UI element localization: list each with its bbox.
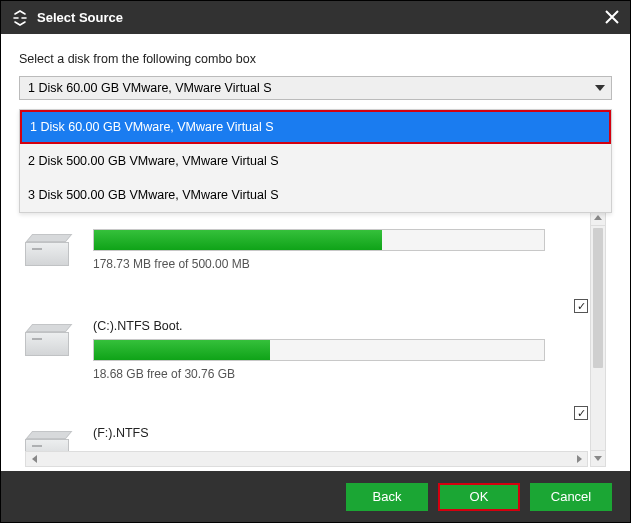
footer: Back OK Cancel	[1, 471, 630, 522]
close-button[interactable]	[602, 7, 622, 27]
disk-dropdown: 1 Disk 60.00 GB VMware, VMware Virtual S…	[19, 109, 612, 213]
dropdown-option[interactable]: 2 Disk 500.00 GB VMware, VMware Virtual …	[20, 144, 611, 178]
free-space-label: 18.68 GB free of 30.76 GB	[93, 367, 606, 381]
partition-list: 178.73 MB free of 500.00 MB (C:).NTFS Bo…	[25, 209, 606, 467]
dropdown-option[interactable]: 3 Disk 500.00 GB VMware, VMware Virtual …	[20, 178, 611, 212]
disk-icon	[25, 324, 73, 364]
free-space-label: 178.73 MB free of 500.00 MB	[93, 257, 606, 271]
window-title: Select Source	[37, 10, 123, 25]
titlebar: Select Source	[1, 1, 630, 34]
usage-bar	[93, 339, 545, 361]
scroll-right-button[interactable]	[571, 452, 587, 466]
usage-bar	[93, 229, 545, 251]
partition-name: (C:).NTFS Boot.	[93, 319, 606, 333]
partition-row: (C:).NTFS Boot. 18.68 GB free of 30.76 G…	[25, 319, 606, 381]
back-button[interactable]: Back	[346, 483, 428, 511]
scroll-thumb[interactable]	[593, 228, 603, 368]
scroll-left-button[interactable]	[26, 452, 42, 466]
horizontal-scrollbar[interactable]	[25, 451, 588, 467]
partition-checkbox[interactable]	[574, 406, 588, 420]
instruction-label: Select a disk from the following combo b…	[19, 52, 612, 66]
partition-row: 178.73 MB free of 500.00 MB	[25, 229, 606, 274]
app-icon	[11, 9, 29, 27]
ok-button[interactable]: OK	[438, 483, 520, 511]
partition-checkbox[interactable]	[574, 299, 588, 313]
dialog-body: Select a disk from the following combo b…	[1, 34, 630, 472]
chevron-down-icon	[595, 85, 605, 91]
disk-combo[interactable]: 1 Disk 60.00 GB VMware, VMware Virtual S	[19, 76, 612, 100]
vertical-scrollbar[interactable]	[590, 209, 606, 467]
dropdown-option[interactable]: 1 Disk 60.00 GB VMware, VMware Virtual S	[20, 110, 611, 144]
combo-selected-text: 1 Disk 60.00 GB VMware, VMware Virtual S	[28, 81, 272, 95]
cancel-button[interactable]: Cancel	[530, 483, 612, 511]
disk-icon	[25, 234, 73, 274]
partition-name: (F:).NTFS	[93, 426, 606, 440]
scroll-down-button[interactable]	[591, 450, 605, 466]
